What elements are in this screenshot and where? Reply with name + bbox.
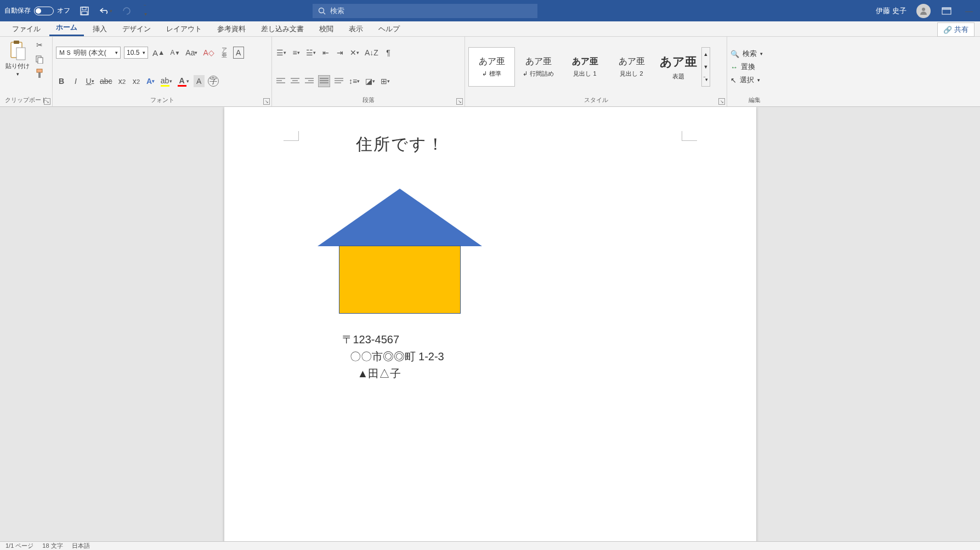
highlight-color-icon[interactable]: ab▾	[160, 75, 173, 87]
format-painter-icon[interactable]	[34, 67, 45, 80]
style-scroll[interactable]: ▲▼‾▾	[701, 47, 710, 87]
font-size-combo[interactable]: 10.5▾	[124, 47, 148, 59]
roof-triangle[interactable]	[318, 189, 482, 246]
tab-view[interactable]: 表示	[342, 22, 370, 36]
align-right-icon[interactable]	[304, 75, 315, 87]
style-title[interactable]: あア亜表題	[655, 47, 701, 87]
decrease-indent-icon[interactable]: ⇤	[320, 47, 331, 59]
style-more-icon[interactable]: ‾▾	[702, 73, 710, 86]
subscript-button[interactable]: x2	[117, 75, 128, 87]
tab-design[interactable]: デザイン	[116, 22, 157, 36]
align-left-icon[interactable]	[275, 75, 286, 87]
ribbon-tabs: ファイル ホーム 挿入 デザイン レイアウト 参考資料 差し込み文書 校閲 表示…	[0, 21, 980, 37]
group-styles: あア亜↲ 標準 あア亜↲ 行間詰め あア亜見出し 1 あア亜見出し 2 あア亜表…	[465, 37, 727, 106]
qat-more-icon[interactable]: ‾▾	[140, 5, 151, 17]
style-down-icon[interactable]: ▼	[702, 60, 710, 73]
house-body-rect[interactable]	[339, 246, 461, 314]
italic-button[interactable]: I	[70, 75, 81, 87]
search-placeholder: 検索	[330, 6, 344, 16]
doc-heading[interactable]: 住所です！	[356, 133, 696, 156]
style-up-icon[interactable]: ▲	[702, 48, 710, 60]
styles-dialog-icon[interactable]: ↘	[718, 98, 725, 105]
tab-review[interactable]: 校閲	[313, 22, 340, 36]
clipboard-dialog-icon[interactable]: ↘	[44, 98, 50, 105]
numbering-icon[interactable]: ≡▾	[291, 47, 302, 59]
minimize-icon[interactable]: —	[962, 5, 976, 17]
text-effects-icon[interactable]: A▾	[145, 75, 156, 87]
line-spacing-icon[interactable]: ↕≡▾	[348, 75, 361, 87]
borders-icon[interactable]: ⊞▾	[379, 75, 391, 87]
select-button[interactable]: ↖選択▾	[730, 75, 779, 85]
asian-layout-icon[interactable]: ✕▾	[349, 47, 360, 59]
copy-icon[interactable]	[34, 53, 45, 65]
tab-help[interactable]: ヘルプ	[372, 22, 406, 36]
clear-formatting-icon[interactable]: A◇	[202, 47, 215, 59]
autosave-label: 自動保存	[4, 6, 31, 15]
phonetic-guide-icon[interactable]: ア亜	[219, 47, 230, 59]
toggle-switch[interactable]	[34, 7, 54, 15]
quick-access-toolbar: ▾ ‾▾	[79, 5, 151, 17]
tab-references[interactable]: 参考資料	[211, 22, 252, 36]
align-justify-icon[interactable]	[318, 75, 330, 87]
tab-home[interactable]: ホーム	[49, 20, 84, 36]
svg-rect-1	[82, 7, 86, 10]
search-box[interactable]: 検索	[313, 4, 537, 18]
cut-icon[interactable]: ✂	[34, 39, 45, 51]
tab-file[interactable]: ファイル	[5, 22, 47, 36]
font-name-combo[interactable]: ＭＳ 明朝 (本文(▾	[56, 47, 121, 59]
tab-layout[interactable]: レイアウト	[160, 22, 208, 36]
title-right: 伊藤 史子 —	[876, 4, 976, 18]
style-heading2[interactable]: あア亜見出し 2	[608, 47, 655, 87]
shading-icon[interactable]: ◪▾	[364, 75, 376, 87]
svg-rect-2	[82, 12, 87, 15]
search-icon	[318, 7, 326, 15]
shrink-font-icon[interactable]: A▼	[169, 47, 181, 59]
group-clipboard: 貼り付け ▾ ✂ クリップボード ↘	[0, 37, 53, 106]
sort-icon[interactable]: A↓Z	[364, 47, 379, 59]
page: 住所です！ 〒123-4567 〇〇市◎◎町 1-2-3 ▲田△子	[224, 107, 756, 541]
undo-icon[interactable]: ▾	[98, 5, 114, 17]
multilevel-list-icon[interactable]: ☱▾	[305, 47, 317, 59]
tab-insert[interactable]: 挿入	[86, 22, 114, 36]
find-button[interactable]: 🔍検索▾	[730, 49, 779, 59]
style-heading1[interactable]: あア亜見出し 1	[562, 47, 608, 87]
svg-rect-12	[38, 58, 43, 64]
svg-rect-13	[37, 69, 42, 72]
svg-rect-7	[942, 8, 951, 10]
group-label-paragraph: 段落	[275, 95, 461, 105]
show-marks-icon[interactable]: ¶	[383, 47, 394, 59]
grow-font-icon[interactable]: A▲	[151, 47, 166, 59]
style-nospacing[interactable]: あア亜↲ 行間詰め	[515, 47, 562, 87]
house-shape[interactable]	[318, 189, 482, 315]
increase-indent-icon[interactable]: ⇥	[335, 47, 345, 59]
tab-mailings[interactable]: 差し込み文書	[254, 22, 310, 36]
char-border-icon[interactable]: A	[233, 47, 244, 59]
style-normal[interactable]: あア亜↲ 標準	[468, 47, 515, 87]
group-label-font: フォント	[56, 95, 268, 105]
paste-label: 貼り付け	[5, 62, 30, 70]
document-area[interactable]: 住所です！ 〒123-4567 〇〇市◎◎町 1-2-3 ▲田△子	[0, 107, 980, 541]
svg-point-5	[922, 8, 925, 11]
font-dialog-icon[interactable]: ↘	[263, 98, 270, 105]
strikethrough-button[interactable]: abc	[99, 75, 114, 87]
paragraph-dialog-icon[interactable]: ↘	[456, 98, 463, 105]
superscript-button[interactable]: x2	[131, 75, 142, 87]
distribute-icon[interactable]	[333, 75, 344, 87]
align-center-icon[interactable]	[290, 75, 301, 87]
user-avatar-icon[interactable]	[916, 4, 931, 18]
replace-button[interactable]: ↔置換	[730, 62, 779, 72]
change-case-icon[interactable]: Aa▾	[184, 47, 199, 59]
underline-button[interactable]: U▾	[84, 75, 95, 87]
paste-button[interactable]: 貼り付け ▾	[3, 39, 32, 95]
bold-button[interactable]: B	[56, 75, 67, 87]
address-block[interactable]: 〒123-4567 〇〇市◎◎町 1-2-3 ▲田△子	[342, 331, 696, 382]
enclose-char-icon[interactable]: 字	[208, 76, 219, 87]
save-icon[interactable]	[79, 5, 90, 17]
font-color-icon[interactable]: A▾	[177, 75, 190, 87]
ribbon-mode-icon[interactable]	[941, 5, 953, 17]
char-shading-icon[interactable]: A	[194, 75, 205, 87]
svg-rect-9	[14, 41, 19, 44]
share-button[interactable]: 🔗 共有	[937, 22, 975, 37]
bullets-icon[interactable]: ☰▾	[275, 47, 287, 59]
autosave-toggle[interactable]: 自動保存 オフ	[4, 6, 70, 15]
